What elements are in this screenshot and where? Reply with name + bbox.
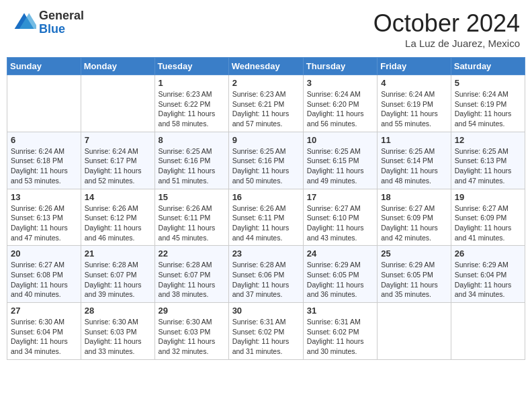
day-number: 29 bbox=[159, 306, 225, 316]
day-info: Sunrise: 6:27 AMSunset: 6:09 PMDaylight:… bbox=[455, 203, 521, 243]
day-number: 13 bbox=[11, 192, 77, 202]
day-number: 28 bbox=[85, 306, 151, 316]
day-number: 25 bbox=[381, 248, 447, 259]
day-number: 7 bbox=[85, 135, 151, 145]
day-number: 15 bbox=[159, 192, 225, 202]
day-number: 11 bbox=[381, 135, 447, 145]
day-number: 23 bbox=[232, 248, 300, 259]
calendar-cell: 5Sunrise: 6:24 AMSunset: 6:19 PMDaylight… bbox=[451, 75, 525, 132]
calendar-cell: 17Sunrise: 6:27 AMSunset: 6:10 PMDayligh… bbox=[303, 189, 377, 246]
calendar-week-0: 1Sunrise: 6:23 AMSunset: 6:22 PMDaylight… bbox=[7, 75, 525, 132]
calendar-cell bbox=[81, 75, 154, 132]
day-info: Sunrise: 6:25 AMSunset: 6:15 PMDaylight:… bbox=[307, 146, 373, 186]
calendar-cell: 29Sunrise: 6:30 AMSunset: 6:03 PMDayligh… bbox=[154, 303, 228, 360]
calendar-cell: 2Sunrise: 6:23 AMSunset: 6:21 PMDaylight… bbox=[228, 75, 303, 132]
day-info: Sunrise: 6:24 AMSunset: 6:19 PMDaylight:… bbox=[455, 89, 521, 129]
location: La Luz de Juarez, Mexico bbox=[373, 38, 520, 49]
day-info: Sunrise: 6:28 AMSunset: 6:07 PMDaylight:… bbox=[85, 260, 151, 300]
day-number: 16 bbox=[232, 192, 300, 202]
day-info: Sunrise: 6:30 AMSunset: 6:04 PMDaylight:… bbox=[11, 317, 77, 357]
day-number: 1 bbox=[159, 78, 225, 88]
day-info: Sunrise: 6:28 AMSunset: 6:07 PMDaylight:… bbox=[159, 260, 225, 300]
day-header-sunday: Sunday bbox=[7, 58, 81, 75]
day-header-friday: Friday bbox=[378, 58, 451, 75]
day-header-tuesday: Tuesday bbox=[154, 58, 228, 75]
day-number: 8 bbox=[159, 135, 225, 145]
logo-icon bbox=[12, 11, 36, 35]
day-number: 2 bbox=[232, 78, 300, 88]
day-info: Sunrise: 6:27 AMSunset: 6:10 PMDaylight:… bbox=[307, 203, 373, 243]
calendar-cell: 13Sunrise: 6:26 AMSunset: 6:13 PMDayligh… bbox=[7, 189, 81, 246]
day-number: 9 bbox=[232, 135, 300, 145]
day-info: Sunrise: 6:29 AMSunset: 6:05 PMDaylight:… bbox=[381, 260, 447, 300]
calendar-week-4: 27Sunrise: 6:30 AMSunset: 6:04 PMDayligh… bbox=[7, 303, 525, 360]
day-number: 26 bbox=[455, 248, 521, 259]
day-info: Sunrise: 6:26 AMSunset: 6:11 PMDaylight:… bbox=[159, 203, 225, 243]
day-info: Sunrise: 6:25 AMSunset: 6:16 PMDaylight:… bbox=[159, 146, 225, 186]
calendar-cell: 20Sunrise: 6:27 AMSunset: 6:08 PMDayligh… bbox=[7, 246, 81, 303]
calendar-cell: 26Sunrise: 6:29 AMSunset: 6:04 PMDayligh… bbox=[451, 246, 525, 303]
logo-text: General Blue bbox=[39, 9, 84, 36]
day-info: Sunrise: 6:23 AMSunset: 6:21 PMDaylight:… bbox=[232, 89, 300, 129]
day-info: Sunrise: 6:24 AMSunset: 6:20 PMDaylight:… bbox=[307, 89, 373, 129]
day-number: 22 bbox=[159, 248, 225, 259]
day-info: Sunrise: 6:25 AMSunset: 6:16 PMDaylight:… bbox=[232, 146, 300, 186]
calendar-cell: 28Sunrise: 6:30 AMSunset: 6:03 PMDayligh… bbox=[81, 303, 154, 360]
calendar-table: SundayMondayTuesdayWednesdayThursdayFrid… bbox=[7, 57, 525, 360]
calendar-cell: 23Sunrise: 6:28 AMSunset: 6:06 PMDayligh… bbox=[228, 246, 303, 303]
day-info: Sunrise: 6:24 AMSunset: 6:18 PMDaylight:… bbox=[11, 146, 77, 186]
day-info: Sunrise: 6:26 AMSunset: 6:13 PMDaylight:… bbox=[11, 203, 77, 243]
day-info: Sunrise: 6:25 AMSunset: 6:14 PMDaylight:… bbox=[381, 146, 447, 186]
calendar-cell: 16Sunrise: 6:26 AMSunset: 6:11 PMDayligh… bbox=[228, 189, 303, 246]
day-header-saturday: Saturday bbox=[451, 58, 525, 75]
calendar-cell bbox=[378, 303, 451, 360]
day-info: Sunrise: 6:24 AMSunset: 6:17 PMDaylight:… bbox=[85, 146, 151, 186]
calendar-cell: 1Sunrise: 6:23 AMSunset: 6:22 PMDaylight… bbox=[154, 75, 228, 132]
day-info: Sunrise: 6:23 AMSunset: 6:22 PMDaylight:… bbox=[159, 89, 225, 129]
day-number: 3 bbox=[307, 78, 373, 88]
calendar-cell bbox=[451, 303, 525, 360]
calendar-header-row: SundayMondayTuesdayWednesdayThursdayFrid… bbox=[7, 58, 525, 75]
day-info: Sunrise: 6:31 AMSunset: 6:02 PMDaylight:… bbox=[232, 317, 300, 357]
day-number: 10 bbox=[307, 135, 373, 145]
calendar-cell: 22Sunrise: 6:28 AMSunset: 6:07 PMDayligh… bbox=[154, 246, 228, 303]
day-number: 24 bbox=[307, 248, 373, 259]
day-number: 18 bbox=[381, 192, 447, 202]
calendar-cell: 19Sunrise: 6:27 AMSunset: 6:09 PMDayligh… bbox=[451, 189, 525, 246]
calendar-cell: 25Sunrise: 6:29 AMSunset: 6:05 PMDayligh… bbox=[378, 246, 451, 303]
day-number: 21 bbox=[85, 248, 151, 259]
day-info: Sunrise: 6:29 AMSunset: 6:05 PMDaylight:… bbox=[307, 260, 373, 300]
calendar-cell: 14Sunrise: 6:26 AMSunset: 6:12 PMDayligh… bbox=[81, 189, 154, 246]
calendar-week-3: 20Sunrise: 6:27 AMSunset: 6:08 PMDayligh… bbox=[7, 246, 525, 303]
calendar-cell: 24Sunrise: 6:29 AMSunset: 6:05 PMDayligh… bbox=[303, 246, 377, 303]
day-info: Sunrise: 6:27 AMSunset: 6:08 PMDaylight:… bbox=[11, 260, 77, 300]
day-number: 17 bbox=[307, 192, 373, 202]
day-number: 14 bbox=[85, 192, 151, 202]
day-info: Sunrise: 6:31 AMSunset: 6:02 PMDaylight:… bbox=[307, 317, 373, 357]
calendar-cell: 12Sunrise: 6:25 AMSunset: 6:13 PMDayligh… bbox=[451, 132, 525, 189]
day-number: 19 bbox=[455, 192, 521, 202]
logo-general: General bbox=[39, 9, 84, 23]
calendar-cell: 4Sunrise: 6:24 AMSunset: 6:19 PMDaylight… bbox=[378, 75, 451, 132]
day-header-thursday: Thursday bbox=[303, 58, 377, 75]
calendar-cell: 18Sunrise: 6:27 AMSunset: 6:09 PMDayligh… bbox=[378, 189, 451, 246]
day-number: 20 bbox=[11, 248, 77, 259]
calendar-cell: 15Sunrise: 6:26 AMSunset: 6:11 PMDayligh… bbox=[154, 189, 228, 246]
calendar-cell: 11Sunrise: 6:25 AMSunset: 6:14 PMDayligh… bbox=[378, 132, 451, 189]
day-info: Sunrise: 6:30 AMSunset: 6:03 PMDaylight:… bbox=[85, 317, 151, 357]
logo: General Blue bbox=[12, 9, 84, 36]
calendar-cell: 21Sunrise: 6:28 AMSunset: 6:07 PMDayligh… bbox=[81, 246, 154, 303]
day-info: Sunrise: 6:24 AMSunset: 6:19 PMDaylight:… bbox=[381, 89, 447, 129]
day-header-monday: Monday bbox=[81, 58, 154, 75]
day-info: Sunrise: 6:25 AMSunset: 6:13 PMDaylight:… bbox=[455, 146, 521, 186]
day-info: Sunrise: 6:29 AMSunset: 6:04 PMDaylight:… bbox=[455, 260, 521, 300]
logo-blue: Blue bbox=[39, 23, 84, 36]
calendar-cell: 8Sunrise: 6:25 AMSunset: 6:16 PMDaylight… bbox=[154, 132, 228, 189]
calendar-cell: 10Sunrise: 6:25 AMSunset: 6:15 PMDayligh… bbox=[303, 132, 377, 189]
day-number: 30 bbox=[232, 306, 300, 316]
month-title: October 2024 bbox=[373, 9, 520, 38]
calendar-cell: 9Sunrise: 6:25 AMSunset: 6:16 PMDaylight… bbox=[228, 132, 303, 189]
day-info: Sunrise: 6:26 AMSunset: 6:12 PMDaylight:… bbox=[85, 203, 151, 243]
day-info: Sunrise: 6:26 AMSunset: 6:11 PMDaylight:… bbox=[232, 203, 300, 243]
calendar-cell: 27Sunrise: 6:30 AMSunset: 6:04 PMDayligh… bbox=[7, 303, 81, 360]
